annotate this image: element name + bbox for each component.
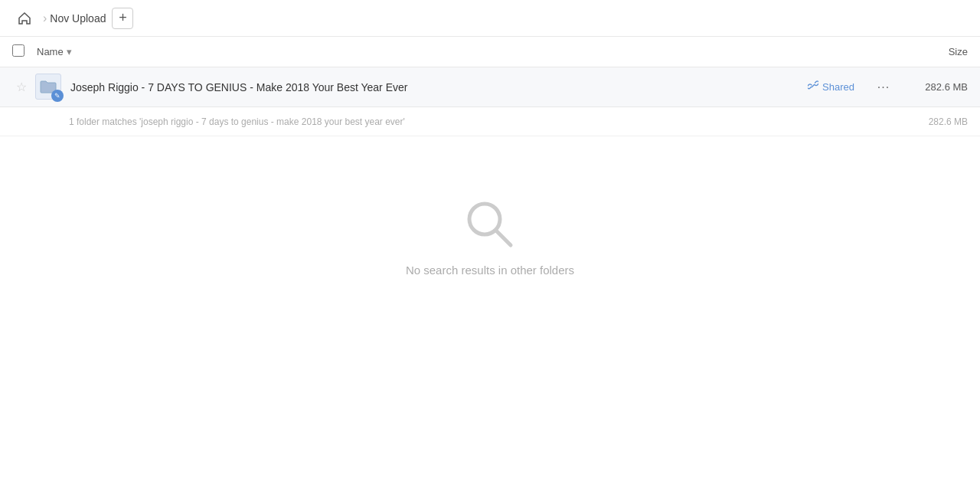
- home-button[interactable]: [12, 6, 37, 31]
- name-sort-icon: ▾: [67, 46, 72, 57]
- match-info-row: 1 folder matches 'joseph riggio - 7 days…: [0, 107, 980, 136]
- file-icon-container: ✎: [35, 74, 63, 101]
- column-header-row: Name ▾ Size: [0, 37, 980, 67]
- more-options-button[interactable]: ···: [873, 77, 894, 98]
- match-text: 1 folder matches 'joseph riggio - 7 days…: [69, 116, 906, 127]
- match-size: 282.6 MB: [906, 116, 968, 127]
- size-column-header: Size: [906, 46, 968, 57]
- file-size: 282.6 MB: [906, 81, 968, 93]
- add-button[interactable]: +: [112, 8, 133, 29]
- breadcrumb-nov-upload[interactable]: Nov Upload: [50, 12, 106, 25]
- breadcrumb-separator: ›: [43, 11, 47, 25]
- file-row: ☆ ✎ Joseph Riggio - 7 DAYS TO GENIUS - M…: [0, 67, 980, 107]
- empty-search-icon: [463, 198, 517, 251]
- more-icon: ···: [877, 80, 890, 94]
- shared-label: Shared: [822, 81, 854, 93]
- pencil-badge: ✎: [51, 90, 64, 102]
- name-column-header[interactable]: Name ▾: [37, 46, 906, 57]
- empty-state: No search results in other folders: [0, 136, 980, 307]
- empty-state-text: No search results in other folders: [406, 264, 574, 277]
- shared-button[interactable]: Shared: [802, 77, 861, 97]
- top-bar: › Nov Upload +: [0, 0, 980, 37]
- select-all-input[interactable]: [12, 44, 24, 57]
- select-all-checkbox[interactable]: [12, 44, 31, 59]
- file-name[interactable]: Joseph Riggio - 7 DAYS TO GENIUS - Make …: [70, 81, 802, 93]
- name-column-label: Name: [37, 46, 64, 57]
- star-icon: ☆: [16, 80, 27, 94]
- svg-line-1: [496, 231, 511, 245]
- file-icon-inner: ✎: [35, 74, 61, 100]
- link-icon: [808, 80, 818, 93]
- star-button[interactable]: ☆: [12, 78, 31, 97]
